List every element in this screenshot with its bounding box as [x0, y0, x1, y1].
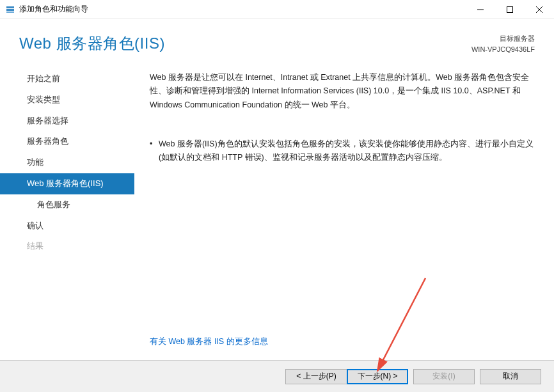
- minimize-button[interactable]: [466, 0, 495, 19]
- window-title: 添加角色和功能向导: [19, 4, 466, 15]
- sidebar-item-7[interactable]: 确认: [0, 216, 134, 237]
- previous-button[interactable]: < 上一步(P): [285, 369, 347, 384]
- wizard-footer: < 上一步(P) 下一步(N) > 安装(I) 取消: [0, 360, 554, 392]
- close-button[interactable]: [525, 0, 554, 19]
- svg-rect-2: [6, 12, 14, 13]
- target-info: 目标服务器 WIN-VPJCQ9436LF: [471, 33, 535, 54]
- sidebar-item-4[interactable]: 功能: [0, 152, 134, 173]
- sidebar-item-2[interactable]: 服务器选择: [0, 111, 134, 132]
- intro-text: Web 服务器是让您可以在 Internet、Intranet 或 Extran…: [150, 71, 536, 112]
- svg-rect-4: [507, 6, 513, 12]
- wizard-header: Web 服务器角色(IIS) 目标服务器 WIN-VPJCQ9436LF: [0, 19, 554, 61]
- target-server: WIN-VPJCQ9436LF: [471, 44, 535, 55]
- window-controls: [466, 0, 554, 19]
- bullet-dot-icon: •: [150, 137, 159, 165]
- page-title: Web 服务器角色(IIS): [19, 33, 165, 54]
- server-manager-icon: [5, 4, 15, 15]
- wizard-content: Web 服务器是让您可以在 Internet、Intranet 或 Extran…: [134, 68, 554, 257]
- titlebar: 添加角色和功能向导: [0, 0, 554, 19]
- install-button[interactable]: 安装(I): [413, 369, 475, 384]
- svg-line-7: [377, 278, 425, 371]
- sidebar-item-0[interactable]: 开始之前: [0, 68, 134, 90]
- svg-rect-1: [6, 9, 14, 11]
- svg-rect-0: [6, 6, 14, 8]
- more-info-link[interactable]: 有关 Web 服务器 IIS 的更多信息: [150, 336, 268, 347]
- sidebar-item-6[interactable]: 角色服务: [0, 194, 134, 216]
- sidebar-item-3[interactable]: 服务器角色: [0, 131, 134, 152]
- maximize-button[interactable]: [495, 0, 525, 19]
- bullet-item: •Web 服务器(IIS)角色的默认安装包括角色服务的安装，该安装使你能够使用静…: [150, 137, 536, 165]
- wizard-sidebar: 开始之前安装类型服务器选择服务器角色功能Web 服务器角色(IIS)角色服务确认…: [0, 68, 134, 257]
- sidebar-item-1[interactable]: 安装类型: [0, 90, 134, 111]
- target-label: 目标服务器: [471, 33, 535, 44]
- bullet-text: Web 服务器(IIS)角色的默认安装包括角色服务的安装，该安装使你能够使用静态…: [159, 137, 536, 165]
- sidebar-item-8: 结果: [0, 236, 134, 257]
- nav-button-group: < 上一步(P) 下一步(N) >: [285, 369, 408, 384]
- cancel-button[interactable]: 取消: [480, 369, 541, 384]
- wizard-body: 开始之前安装类型服务器选择服务器角色功能Web 服务器角色(IIS)角色服务确认…: [0, 61, 554, 257]
- sidebar-item-5[interactable]: Web 服务器角色(IIS): [0, 173, 134, 194]
- next-button[interactable]: 下一步(N) >: [347, 369, 408, 384]
